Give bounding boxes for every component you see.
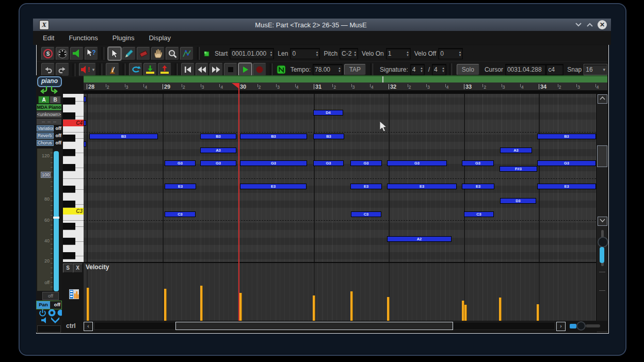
draw-line-tool-button[interactable] — [180, 47, 194, 60]
midi-note[interactable]: B3 — [537, 134, 596, 139]
spinner-arrows[interactable]: ▴▾ — [421, 67, 423, 73]
vzoom-fill[interactable] — [600, 247, 604, 263]
highlighted-key-c3[interactable]: C3 — [63, 208, 84, 215]
play-button[interactable] — [238, 63, 252, 76]
patch-prev-icon[interactable] — [39, 86, 49, 96]
part-bar[interactable] — [84, 75, 607, 83]
velocity-bar[interactable] — [387, 297, 390, 321]
midi-note[interactable]: D3 — [500, 198, 536, 204]
instrument-name[interactable]: <unknown> — [37, 111, 61, 118]
volume-slider-handle[interactable] — [53, 217, 59, 219]
velocity-bar[interactable] — [239, 293, 242, 321]
midi-note[interactable]: B3 — [89, 134, 158, 139]
piano-keyboard[interactable]: C4C3 — [62, 94, 84, 262]
forward-button[interactable] — [210, 63, 223, 76]
midi-note[interactable]: B3 — [313, 134, 344, 139]
midi-note[interactable]: G3 — [165, 160, 196, 166]
midi-note[interactable]: A2 — [387, 236, 452, 242]
midi-note[interactable]: F#3 — [500, 166, 537, 172]
midi-note[interactable]: B3 — [240, 134, 307, 139]
scroll-left-button[interactable]: ‹ — [84, 322, 93, 331]
piano-roll-grid[interactable]: D4B3B3B3B3B3A3A3G3G3G3G3G3G3G3G3F#3E3E3E… — [84, 94, 596, 262]
sig-denominator-field[interactable]: 4▴▾ — [432, 64, 446, 75]
midi-note[interactable] — [84, 120, 86, 126]
pencil-tool-button[interactable] — [122, 47, 136, 60]
spinner-arrows[interactable]: ▴▾ — [442, 67, 444, 73]
midi-note[interactable]: G3 — [313, 160, 344, 166]
velocity-bar[interactable] — [350, 291, 353, 321]
black-key[interactable] — [63, 201, 75, 208]
metronome-button[interactable] — [106, 63, 119, 76]
bank-select[interactable]: -- -- -- — [37, 119, 61, 125]
redo-button[interactable] — [56, 63, 69, 76]
timeline-ruler[interactable]: 28234292343023431234322343323434234 — [84, 83, 607, 92]
undo-button[interactable] — [41, 63, 55, 76]
vzoom-knob[interactable] — [598, 237, 608, 248]
controller-row-0[interactable]: Variationoff — [37, 125, 61, 131]
start-field[interactable]: 0001.01.000▴▾ — [230, 48, 274, 59]
midi-note[interactable]: B3 — [200, 134, 236, 139]
midi-note[interactable]: G3 — [350, 160, 382, 166]
tempo-field[interactable]: 78.00▴▾ — [313, 64, 343, 75]
velocity-bar[interactable] — [164, 289, 167, 321]
punch-in-button[interactable] — [143, 63, 157, 76]
speaker-small-icon[interactable] — [40, 317, 49, 326]
bank-a-button[interactable]: A — [38, 96, 50, 104]
midi-note[interactable]: E3 — [165, 184, 196, 189]
patch-name[interactable]: MDA Piano — [37, 104, 61, 110]
len-field[interactable]: 0▴▾ — [290, 48, 320, 59]
maximize-button[interactable] — [584, 20, 595, 30]
stop-button[interactable] — [224, 63, 237, 76]
menu-edit[interactable]: Edit — [43, 34, 54, 42]
velocity-bar[interactable] — [537, 304, 539, 321]
black-key[interactable] — [63, 238, 75, 245]
sig-numerator-field[interactable]: 4▴▾ — [410, 64, 425, 75]
velocity-lane[interactable] — [84, 262, 596, 321]
controller-row-1[interactable]: Reverb:off — [37, 133, 61, 139]
black-key[interactable] — [63, 112, 75, 120]
midi-note[interactable]: G3 — [200, 160, 236, 166]
hzoom-track[interactable] — [586, 324, 600, 327]
tap-button[interactable]: TAP — [344, 64, 366, 75]
snap-select[interactable]: 16▾ — [584, 64, 607, 75]
highlighted-key-c4[interactable]: C4 — [63, 120, 84, 126]
midi-note[interactable]: E3 — [350, 184, 382, 189]
pan-row[interactable]: Pan off — [36, 301, 62, 309]
midi-note[interactable]: E3 — [240, 184, 307, 189]
midi-note[interactable]: C3 — [165, 211, 196, 217]
cursor-pitch-field[interactable]: c4 — [546, 64, 564, 75]
black-key[interactable] — [63, 252, 75, 259]
midi-input-button[interactable] — [56, 47, 69, 60]
midi-note[interactable] — [84, 96, 86, 102]
black-key[interactable] — [63, 135, 75, 142]
scroll-right-button[interactable]: › — [556, 322, 566, 331]
pitch-field[interactable]: C-2▴▾ — [340, 48, 358, 59]
controller-row-2[interactable]: Chorusoff — [37, 140, 61, 146]
menu-display[interactable]: Display — [149, 34, 171, 42]
pointer-tool-button[interactable] — [108, 47, 121, 60]
vertical-scrollbar-thumb[interactable] — [597, 145, 607, 167]
black-key[interactable] — [63, 186, 75, 193]
playhead-marker[interactable] — [232, 83, 238, 88]
scroll-down-button[interactable] — [598, 217, 607, 226]
midi-note[interactable]: A3 — [500, 147, 532, 153]
solo-button[interactable]: Solo — [457, 64, 479, 75]
scroll-up-button[interactable] — [598, 94, 607, 104]
midi-note[interactable]: G3 — [387, 160, 447, 166]
midi-note[interactable]: C3 — [351, 211, 381, 217]
velocity-bar[interactable] — [313, 295, 315, 321]
midi-note[interactable]: D4 — [313, 110, 343, 116]
velocity-bar[interactable] — [499, 298, 502, 321]
hzoom-knob[interactable] — [576, 321, 586, 331]
title-bar[interactable]: X MusE: Part <Track 2> 26-35 — MusE ✕ — [33, 19, 611, 31]
whats-this-button[interactable]: ? — [85, 47, 98, 60]
velocity-solo-button[interactable]: S — [63, 264, 73, 273]
midi-note[interactable]: A3 — [200, 147, 236, 153]
midi-note[interactable]: C3 — [464, 211, 494, 217]
bank-b-button[interactable]: B — [50, 96, 61, 104]
zoom-tool-button[interactable] — [166, 47, 179, 60]
eraser-tool-button[interactable] — [137, 47, 150, 60]
patch-next-icon[interactable] — [50, 86, 59, 96]
record-button[interactable] — [253, 63, 266, 76]
velocity-close-button[interactable]: X — [73, 264, 83, 273]
